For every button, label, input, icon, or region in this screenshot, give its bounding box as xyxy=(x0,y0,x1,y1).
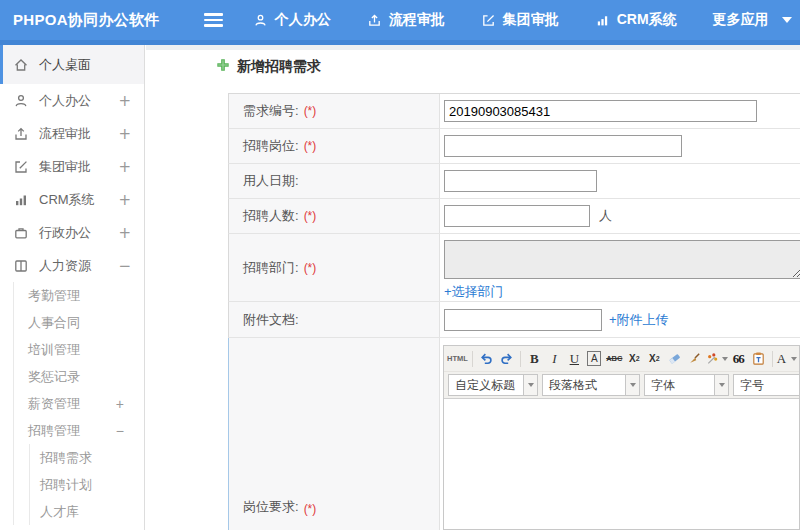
field-label: 招聘人数: xyxy=(243,207,299,225)
process-icon xyxy=(367,13,382,28)
caret-down-icon xyxy=(782,17,792,23)
expand-icon[interactable]: + xyxy=(118,191,131,209)
field-label: 需求编号: xyxy=(243,102,299,120)
person-icon xyxy=(253,13,268,28)
toolbar-separator xyxy=(472,351,473,367)
sidebar-item-recruit-plan[interactable]: 招聘计划 xyxy=(30,471,144,498)
sidebar-item-desktop[interactable]: 个人桌面 xyxy=(0,45,144,84)
toolbar-separator xyxy=(772,351,773,367)
bold-button[interactable]: B xyxy=(525,349,544,368)
hire-date-input[interactable] xyxy=(444,170,597,192)
editor-toolbar-row1: HTML B I U A ABC X2 X2 xyxy=(444,346,799,372)
sidebar-item-hr[interactable]: 人力资源 − xyxy=(0,249,144,282)
content-top-strip xyxy=(146,45,800,50)
expand-icon[interactable]: + xyxy=(118,125,131,143)
sidebar-item-salary[interactable]: 薪资管理 + xyxy=(14,390,144,417)
underline-button[interactable]: U xyxy=(565,349,584,368)
sidebar-item-rewards[interactable]: 奖惩记录 xyxy=(14,363,144,390)
expand-icon[interactable]: + xyxy=(116,396,124,412)
form-row-requirements: 岗位要求: (*) HTML B I U A ABC xyxy=(228,338,800,530)
select-department-link[interactable]: +选择部门 xyxy=(444,283,504,301)
nav-more-apps[interactable]: 更多应用 xyxy=(713,11,792,29)
font-family-select[interactable]: 字体 xyxy=(644,374,729,396)
home-icon xyxy=(13,57,29,73)
sidebar-item-attendance[interactable]: 考勤管理 xyxy=(14,282,144,309)
font-style-button[interactable]: A xyxy=(585,349,604,368)
sidebar-item-training[interactable]: 培训管理 xyxy=(14,336,144,363)
department-textarea[interactable] xyxy=(444,240,800,279)
process-icon xyxy=(13,126,29,142)
redo-icon[interactable] xyxy=(497,349,516,368)
paste-text-icon[interactable] xyxy=(749,349,768,368)
color-format-icon[interactable] xyxy=(705,349,728,368)
form-row-headcount: 招聘人数: (*) 人 xyxy=(228,199,800,234)
italic-button[interactable]: I xyxy=(545,349,564,368)
field-label: 附件文档: xyxy=(243,311,299,329)
nav-process-approval[interactable]: 流程审批 xyxy=(367,11,445,29)
highlight-color-icon[interactable] xyxy=(798,349,799,368)
paragraph-format-select[interactable]: 段落格式 xyxy=(542,374,640,396)
add-plus-icon xyxy=(216,58,230,76)
sidebar-item-talent-pool[interactable]: 人才库 xyxy=(30,498,144,525)
app-header: PHPOA协同办公软件 个人办公 流程审批 集团审批 CRM系统 更多应用 xyxy=(0,0,800,45)
req-number-input[interactable] xyxy=(444,100,757,122)
sidebar-item-crm[interactable]: CRM系统 + xyxy=(0,183,144,216)
field-label: 招聘部门: xyxy=(243,259,299,277)
html-source-button[interactable]: HTML xyxy=(447,349,468,368)
eraser-icon[interactable] xyxy=(665,349,684,368)
form-row-date: 用人日期: xyxy=(228,164,800,199)
sidebar-item-group-approval[interactable]: 集团审批 + xyxy=(0,150,144,183)
expand-icon[interactable]: + xyxy=(118,158,131,176)
font-color-button[interactable]: A xyxy=(777,349,797,368)
required-mark: (*) xyxy=(304,261,317,275)
bar-chart-icon xyxy=(13,192,29,208)
nav-group-approval[interactable]: 集团审批 xyxy=(481,11,559,29)
recruit-demand-form: 需求编号: (*) 招聘岗位: (*) 用人日期: xyxy=(228,93,800,530)
person-icon xyxy=(13,93,29,109)
menu-toggle-icon[interactable] xyxy=(204,13,223,26)
font-size-select[interactable]: 字号 xyxy=(733,374,799,396)
form-row-department: 招聘部门: (*) +选择部门 xyxy=(228,234,800,302)
sidebar-item-hr-contract[interactable]: 人事合同 xyxy=(14,309,144,336)
caret-down-icon xyxy=(714,375,728,395)
undo-icon[interactable] xyxy=(477,349,496,368)
unit-label: 人 xyxy=(599,207,612,225)
edit-icon xyxy=(13,159,29,175)
headcount-input[interactable] xyxy=(444,205,590,227)
required-mark: (*) xyxy=(304,209,317,223)
caret-down-icon xyxy=(523,375,537,395)
sidebar-item-recruit-mgmt[interactable]: 招聘管理 − xyxy=(14,417,144,444)
sidebar-item-admin-office[interactable]: 行政办公 + xyxy=(0,216,144,249)
briefcase-icon xyxy=(13,225,29,241)
subscript-button[interactable]: X2 xyxy=(645,349,664,368)
sidebar-item-recruit-demand[interactable]: 招聘需求 xyxy=(30,444,144,471)
form-row-attachment: 附件文档: +附件上传 xyxy=(228,302,800,338)
caret-down-icon xyxy=(625,375,639,395)
editor-content-area[interactable] xyxy=(444,399,799,529)
sidebar-item-personal-office[interactable]: 个人办公 + xyxy=(0,84,144,117)
hr-submenu: 考勤管理 人事合同 培训管理 奖惩记录 薪资管理 + 招聘管理 − 招聘需求 招… xyxy=(13,282,144,525)
field-label: 岗位要求: xyxy=(243,498,299,516)
upload-attachment-link[interactable]: +附件上传 xyxy=(609,311,669,329)
caret-down-icon xyxy=(722,357,728,361)
sidebar: 个人桌面 个人办公 + 流程审批 + 集团审批 + CRM系统 + 行政办公 +… xyxy=(0,45,145,530)
rich-text-editor: HTML B I U A ABC X2 X2 xyxy=(443,345,800,530)
expand-icon[interactable]: + xyxy=(118,92,131,110)
sidebar-item-process-approval[interactable]: 流程审批 + xyxy=(0,117,144,150)
id-card-icon xyxy=(13,258,29,274)
strikethrough-button[interactable]: ABC xyxy=(605,349,624,368)
nav-personal-office[interactable]: 个人办公 xyxy=(253,11,331,29)
attachment-input[interactable] xyxy=(444,309,602,331)
format-brush-icon[interactable] xyxy=(685,349,704,368)
expand-icon[interactable]: + xyxy=(118,224,131,242)
nav-crm[interactable]: CRM系统 xyxy=(595,11,677,29)
required-mark: (*) xyxy=(304,502,317,516)
collapse-icon[interactable]: − xyxy=(118,257,131,275)
position-input[interactable] xyxy=(444,135,682,157)
collapse-icon[interactable]: − xyxy=(116,423,124,439)
superscript-button[interactable]: X2 xyxy=(625,349,644,368)
edit-icon xyxy=(481,13,496,28)
blockquote-button[interactable]: 66 xyxy=(729,349,748,368)
bar-chart-icon xyxy=(595,13,610,28)
custom-title-select[interactable]: 自定义标题 xyxy=(448,374,538,396)
